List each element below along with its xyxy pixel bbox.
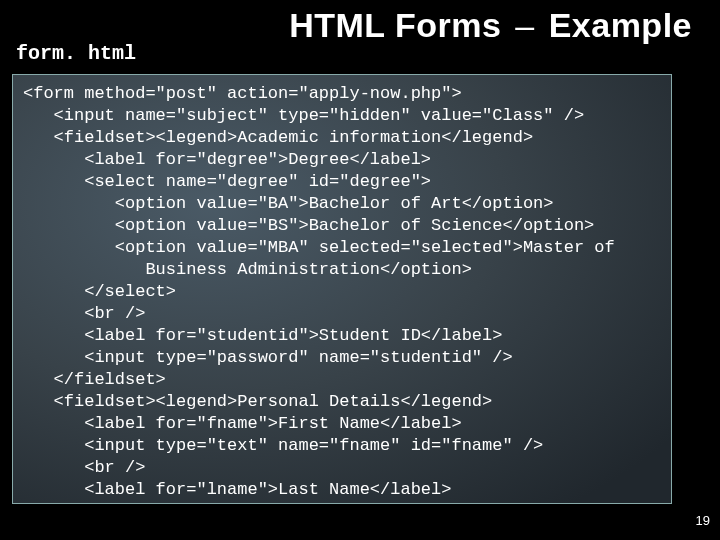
page-number: 19 xyxy=(696,513,710,528)
slide-title: HTML Forms – Example xyxy=(289,6,692,45)
title-separator: – xyxy=(511,6,538,44)
code-listing: <form method="post" action="apply-now.ph… xyxy=(23,83,661,504)
filename-label: form. html xyxy=(16,42,136,65)
title-left: HTML Forms xyxy=(289,6,501,44)
slide: HTML Forms – Example form. html <form me… xyxy=(0,0,720,540)
title-right: Example xyxy=(549,6,692,44)
code-box: <form method="post" action="apply-now.ph… xyxy=(12,74,672,504)
